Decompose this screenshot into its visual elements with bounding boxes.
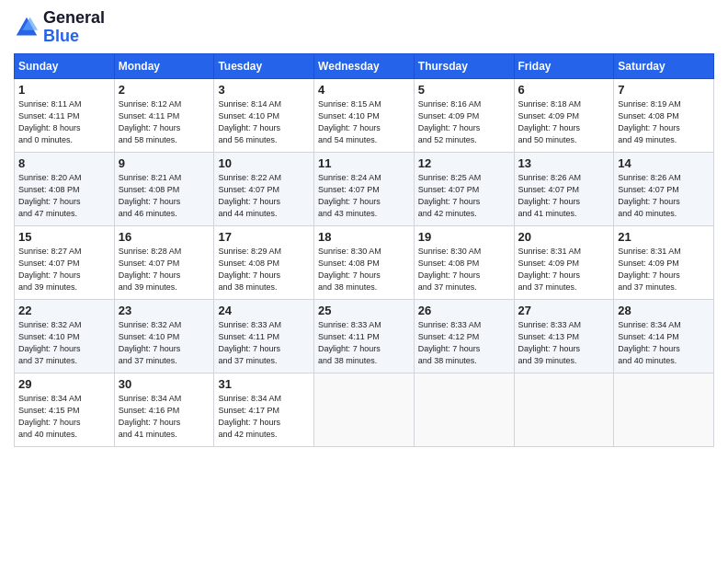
cell-info: Sunrise: 8:27 AMSunset: 4:07 PMDaylight:… [18, 246, 110, 293]
page-header: General Blue [14, 9, 714, 46]
day-number: 19 [418, 230, 510, 244]
day-number: 18 [318, 230, 410, 244]
day-number: 20 [518, 230, 610, 244]
cell-info: Sunrise: 8:33 AMSunset: 4:13 PMDaylight:… [518, 319, 610, 367]
day-number: 30 [119, 377, 210, 391]
day-number: 10 [218, 156, 310, 170]
cell-info: Sunrise: 8:20 AMSunset: 4:08 PMDaylight:… [18, 172, 110, 220]
day-number: 9 [119, 156, 210, 170]
cell-info: Sunrise: 8:31 AMSunset: 4:09 PMDaylight:… [518, 246, 610, 293]
cell-info: Sunrise: 8:21 AMSunset: 4:08 PMDaylight:… [119, 172, 210, 220]
day-header-thursday: Thursday [414, 53, 514, 78]
calendar-cell: 31Sunrise: 8:34 AMSunset: 4:17 PMDayligh… [214, 373, 314, 446]
cell-info: Sunrise: 8:28 AMSunset: 4:07 PMDaylight:… [119, 246, 210, 293]
day-number: 25 [318, 304, 410, 317]
cell-info: Sunrise: 8:24 AMSunset: 4:07 PMDaylight:… [318, 172, 410, 220]
calendar-cell: 28Sunrise: 8:34 AMSunset: 4:14 PMDayligh… [614, 299, 714, 373]
calendar-week-1: 1Sunrise: 8:11 AMSunset: 4:11 PMDaylight… [15, 78, 714, 152]
cell-info: Sunrise: 8:32 AMSunset: 4:10 PMDaylight:… [119, 319, 210, 367]
day-header-tuesday: Tuesday [214, 53, 314, 78]
calendar-cell: 21Sunrise: 8:31 AMSunset: 4:09 PMDayligh… [614, 225, 714, 299]
calendar-cell: 1Sunrise: 8:11 AMSunset: 4:11 PMDaylight… [15, 78, 115, 152]
calendar-cell: 6Sunrise: 8:18 AMSunset: 4:09 PMDaylight… [514, 78, 614, 152]
calendar-table: SundayMondayTuesdayWednesdayThursdayFrid… [14, 53, 714, 447]
day-number: 5 [418, 83, 510, 97]
calendar-cell: 3Sunrise: 8:14 AMSunset: 4:10 PMDaylight… [214, 78, 314, 152]
calendar-cell: 18Sunrise: 8:30 AMSunset: 4:08 PMDayligh… [314, 225, 415, 299]
day-number: 4 [318, 83, 410, 97]
day-number: 29 [18, 377, 110, 391]
logo: General Blue [14, 9, 105, 46]
calendar-cell: 22Sunrise: 8:32 AMSunset: 4:10 PMDayligh… [15, 299, 115, 373]
calendar-cell [614, 373, 714, 446]
day-number: 2 [119, 83, 210, 97]
cell-info: Sunrise: 8:26 AMSunset: 4:07 PMDaylight:… [618, 172, 710, 220]
day-number: 13 [518, 156, 610, 170]
cell-info: Sunrise: 8:25 AMSunset: 4:07 PMDaylight:… [418, 172, 510, 220]
calendar-cell: 16Sunrise: 8:28 AMSunset: 4:07 PMDayligh… [114, 225, 214, 299]
calendar-cell [414, 373, 514, 446]
day-number: 11 [318, 156, 410, 170]
day-number: 27 [518, 304, 610, 317]
calendar-cell: 9Sunrise: 8:21 AMSunset: 4:08 PMDaylight… [114, 152, 214, 225]
day-number: 17 [218, 230, 310, 244]
day-number: 22 [18, 304, 110, 317]
cell-info: Sunrise: 8:30 AMSunset: 4:08 PMDaylight:… [418, 246, 510, 293]
day-number: 26 [418, 304, 510, 317]
logo-text: General Blue [43, 9, 105, 46]
cell-info: Sunrise: 8:32 AMSunset: 4:10 PMDaylight:… [18, 319, 110, 367]
calendar-header-row: SundayMondayTuesdayWednesdayThursdayFrid… [15, 53, 714, 78]
day-number: 16 [119, 230, 210, 244]
calendar-body: 1Sunrise: 8:11 AMSunset: 4:11 PMDaylight… [15, 78, 714, 446]
calendar-cell: 13Sunrise: 8:26 AMSunset: 4:07 PMDayligh… [514, 152, 614, 225]
calendar-cell: 27Sunrise: 8:33 AMSunset: 4:13 PMDayligh… [514, 299, 614, 373]
day-number: 8 [18, 156, 110, 170]
day-header-monday: Monday [114, 53, 214, 78]
calendar-cell: 23Sunrise: 8:32 AMSunset: 4:10 PMDayligh… [114, 299, 214, 373]
cell-info: Sunrise: 8:33 AMSunset: 4:11 PMDaylight:… [318, 319, 410, 367]
calendar-week-5: 29Sunrise: 8:34 AMSunset: 4:15 PMDayligh… [15, 373, 714, 446]
day-number: 6 [518, 83, 610, 97]
cell-info: Sunrise: 8:34 AMSunset: 4:17 PMDaylight:… [218, 393, 310, 441]
cell-info: Sunrise: 8:19 AMSunset: 4:08 PMDaylight:… [618, 98, 710, 146]
calendar-week-3: 15Sunrise: 8:27 AMSunset: 4:07 PMDayligh… [15, 225, 714, 299]
day-number: 23 [119, 304, 210, 317]
cell-info: Sunrise: 8:34 AMSunset: 4:16 PMDaylight:… [119, 393, 210, 441]
cell-info: Sunrise: 8:12 AMSunset: 4:11 PMDaylight:… [119, 98, 210, 146]
calendar-week-2: 8Sunrise: 8:20 AMSunset: 4:08 PMDaylight… [15, 152, 714, 225]
cell-info: Sunrise: 8:33 AMSunset: 4:11 PMDaylight:… [218, 319, 310, 367]
day-number: 28 [618, 304, 710, 317]
day-number: 3 [218, 83, 310, 97]
logo-icon [14, 15, 40, 40]
calendar-week-4: 22Sunrise: 8:32 AMSunset: 4:10 PMDayligh… [15, 299, 714, 373]
cell-info: Sunrise: 8:29 AMSunset: 4:08 PMDaylight:… [218, 246, 310, 293]
day-number: 21 [618, 230, 710, 244]
calendar-cell: 14Sunrise: 8:26 AMSunset: 4:07 PMDayligh… [614, 152, 714, 225]
calendar-cell: 19Sunrise: 8:30 AMSunset: 4:08 PMDayligh… [414, 225, 514, 299]
day-number: 31 [218, 377, 310, 391]
cell-info: Sunrise: 8:18 AMSunset: 4:09 PMDaylight:… [518, 98, 610, 146]
day-header-wednesday: Wednesday [314, 53, 415, 78]
day-number: 15 [18, 230, 110, 244]
calendar-cell: 24Sunrise: 8:33 AMSunset: 4:11 PMDayligh… [214, 299, 314, 373]
calendar-cell: 8Sunrise: 8:20 AMSunset: 4:08 PMDaylight… [15, 152, 115, 225]
calendar-cell: 2Sunrise: 8:12 AMSunset: 4:11 PMDaylight… [114, 78, 214, 152]
cell-info: Sunrise: 8:16 AMSunset: 4:09 PMDaylight:… [418, 98, 510, 146]
calendar-cell: 5Sunrise: 8:16 AMSunset: 4:09 PMDaylight… [414, 78, 514, 152]
calendar-cell: 11Sunrise: 8:24 AMSunset: 4:07 PMDayligh… [314, 152, 415, 225]
calendar-cell: 30Sunrise: 8:34 AMSunset: 4:16 PMDayligh… [114, 373, 214, 446]
cell-info: Sunrise: 8:33 AMSunset: 4:12 PMDaylight:… [418, 319, 510, 367]
day-number: 7 [618, 83, 710, 97]
day-number: 24 [218, 304, 310, 317]
cell-info: Sunrise: 8:30 AMSunset: 4:08 PMDaylight:… [318, 246, 410, 293]
calendar-cell: 4Sunrise: 8:15 AMSunset: 4:10 PMDaylight… [314, 78, 415, 152]
cell-info: Sunrise: 8:11 AMSunset: 4:11 PMDaylight:… [18, 98, 110, 146]
day-header-sunday: Sunday [15, 53, 115, 78]
calendar-cell [514, 373, 614, 446]
calendar-cell: 17Sunrise: 8:29 AMSunset: 4:08 PMDayligh… [214, 225, 314, 299]
calendar-cell: 12Sunrise: 8:25 AMSunset: 4:07 PMDayligh… [414, 152, 514, 225]
calendar-cell: 15Sunrise: 8:27 AMSunset: 4:07 PMDayligh… [15, 225, 115, 299]
cell-info: Sunrise: 8:14 AMSunset: 4:10 PMDaylight:… [218, 98, 310, 146]
calendar-cell: 7Sunrise: 8:19 AMSunset: 4:08 PMDaylight… [614, 78, 714, 152]
day-number: 12 [418, 156, 510, 170]
